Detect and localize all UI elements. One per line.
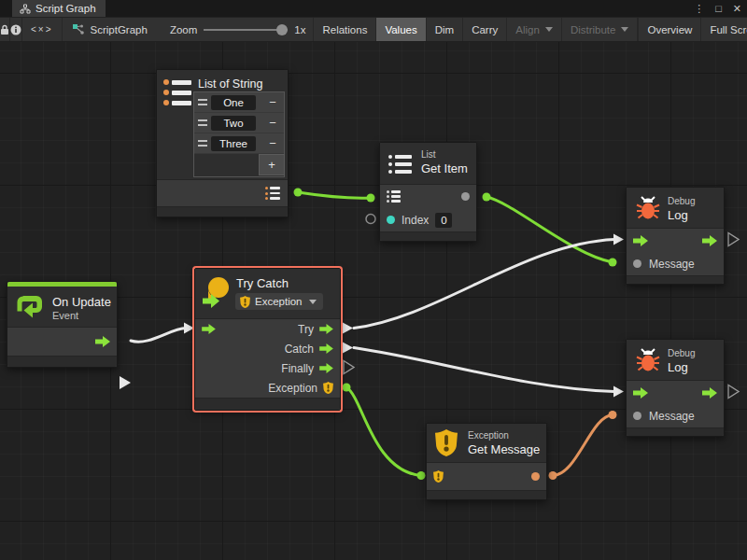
add-item-button[interactable]: + [260,155,284,175]
port-dot-green[interactable] [417,471,426,480]
drag-handle-icon[interactable] [198,119,207,126]
message-output-port[interactable] [531,472,540,481]
list-input-port[interactable] [387,190,402,203]
node-debug-log-top[interactable]: Debug Log Message [626,187,725,285]
wire-arrowhead [184,323,194,334]
lock-button[interactable] [0,18,10,41]
value-port-unconnected[interactable] [366,215,375,224]
graph-hierarchy-icon [20,4,31,14]
node-try-catch[interactable]: Try Catch Exception Try Catch F [194,268,341,411]
index-input-port[interactable] [387,216,395,224]
node-header: List Get Item [380,143,476,185]
message-input-port[interactable] [633,412,641,420]
warning-icon [435,429,458,456]
port-dot-green[interactable] [609,259,617,267]
port-dot-green[interactable] [294,189,303,197]
flow-in-port[interactable] [633,235,648,246]
zoom-slider-knob[interactable] [276,24,288,35]
list-item-row: One − [194,92,284,113]
list-item-field[interactable]: One [211,95,256,110]
wire-catch-to-log[interactable] [354,348,614,392]
node-debug-log-bottom[interactable]: Debug Log Message [626,339,725,437]
node-get-message[interactable]: Exception Get Message [426,423,547,500]
node-kind: Debug [668,196,695,206]
list-icon [388,155,414,174]
dim-toggle[interactable]: Dim [427,18,463,41]
port-dot-green[interactable] [367,194,375,203]
lock-icon [0,24,9,35]
try-out-port[interactable] [319,324,333,334]
values-toggle[interactable]: Values [376,18,426,41]
remove-item-button[interactable]: − [265,116,280,130]
port-dot-green[interactable] [343,384,351,392]
script-graph-window: Script Graph ⋮ □ ✕ <×> [0,0,747,560]
node-footer [627,427,724,436]
close-icon[interactable]: ✕ [733,3,741,15]
wire-update-to-trycatch[interactable] [131,329,186,343]
node-title: Log [668,208,688,222]
flow-out-port[interactable] [95,336,110,347]
node-footer [195,398,340,410]
flow-out-port[interactable] [702,235,717,246]
edit-source-button[interactable]: <×> [22,18,63,41]
graph-breadcrumb[interactable]: ScriptGraph [63,18,157,41]
finally-out-port[interactable] [319,363,333,373]
wire-list-to-getitem[interactable] [298,192,371,198]
relations-toggle[interactable]: Relations [313,18,376,41]
catch-label: Catch [285,343,314,356]
index-value-field[interactable]: 0 [435,213,452,228]
flow-in-port[interactable] [202,324,216,334]
drag-handle-icon[interactable] [198,140,207,147]
flow-out-marker-try[interactable] [342,322,353,334]
list-item-field[interactable]: Two [211,116,256,131]
node-header: Debug Log [627,340,724,381]
flow-out-marker-onupdate[interactable] [120,376,131,389]
node-header: List of String One − Two − Three − [157,70,288,180]
flow-out-port[interactable] [702,387,717,399]
window-menu-icon[interactable]: ⋮ [694,3,704,15]
port-dot-orange[interactable] [549,471,557,480]
exception-out-port[interactable] [323,382,333,394]
distribute-label: Distribute [571,24,616,35]
item-output-port[interactable] [461,192,470,201]
node-list-of-string[interactable]: List of String One − Two − Three − [156,69,289,217]
node-header: Try Catch Exception [195,269,340,319]
wire-try-to-log[interactable] [354,240,614,329]
port-row: Message [627,404,724,427]
list-output-port[interactable] [265,187,281,200]
exception-input-port[interactable] [433,470,444,483]
drag-handle-icon[interactable] [198,99,207,105]
message-input-port[interactable] [633,259,641,268]
flow-in-port[interactable] [633,387,648,399]
tab-script-graph[interactable]: Script Graph [12,0,106,17]
flow-out-marker-catch[interactable] [342,342,353,354]
node-on-update[interactable]: On Update Event [7,281,118,368]
zoom-value: 1x [294,24,305,35]
remove-item-button[interactable]: − [265,136,280,150]
node-title: Get Item [421,161,468,175]
wire-exception-to-getmessage[interactable] [346,387,420,476]
wire-getmessage-to-log-message[interactable] [553,415,613,476]
overview-button[interactable]: Overview [638,18,701,41]
fullscreen-button[interactable]: Full Screen [701,18,747,41]
port-dot-green[interactable] [483,193,491,202]
exception-type-dropdown[interactable]: Exception [235,293,323,310]
node-title: Log [668,360,688,374]
node-get-item[interactable]: List Get Item Index 0 [379,142,477,242]
maximize-icon[interactable]: □ [715,3,722,14]
zoom-slider[interactable] [204,24,288,35]
node-subtitle: Event [52,310,78,321]
flow-row: Try [195,319,340,339]
carry-toggle[interactable]: Carry [463,18,507,41]
node-title: List of String [198,77,262,91]
flow-port-unconnected[interactable] [728,385,739,399]
remove-item-button[interactable]: − [265,95,280,109]
flow-port-finally-unconnected[interactable] [344,361,354,374]
port-dot-orange[interactable] [609,411,617,419]
flow-port-unconnected[interactable] [728,233,739,246]
wire-arrowhead [613,386,624,398]
catch-out-port[interactable] [319,343,333,354]
list-item-field[interactable]: Three [211,136,256,151]
port-row: Index 0 [380,208,476,231]
info-button[interactable] [10,18,22,41]
